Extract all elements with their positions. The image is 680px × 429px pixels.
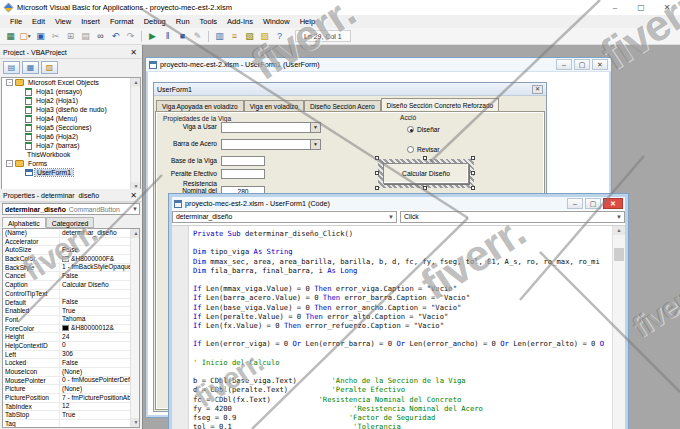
selection-handle[interactable] xyxy=(423,156,427,160)
insert-userform-icon[interactable]: ▢▼ xyxy=(18,29,33,43)
property-row[interactable]: ControlTipText xyxy=(3,290,139,299)
radio-option-diseñar[interactable]: Diseñar xyxy=(407,126,440,133)
project-tree-vscrollbar[interactable]: ▲ ▼ xyxy=(130,78,140,191)
dropdown-arrow-icon[interactable]: ▼ xyxy=(310,123,320,132)
menu-item-tools[interactable]: Tools xyxy=(195,15,223,28)
menu-item-window[interactable]: Window xyxy=(258,15,295,28)
form-tab-dise-o-secci-n-concreto-reforzado[interactable]: Diseño Sección Concreto Reforzado xyxy=(381,98,500,112)
field-combobox[interactable]: ▼ xyxy=(221,139,321,150)
close-button[interactable]: ✕ xyxy=(654,0,680,15)
property-row[interactable]: ForeColor&H80000012& xyxy=(3,325,139,334)
object-dropdown[interactable]: determinar_diseño ▼ xyxy=(172,211,397,223)
properties-vscrollbar[interactable]: ▲ ▼ xyxy=(130,229,139,427)
expander-icon[interactable]: - xyxy=(6,160,13,167)
property-row[interactable]: HelpContextID0 xyxy=(3,342,139,351)
code-editor[interactable]: Private Sub determinar_diseño_Click() Di… xyxy=(172,225,625,429)
property-row[interactable]: Accelerator xyxy=(3,238,139,247)
property-row[interactable]: EnabledTrue xyxy=(3,307,139,316)
selection-handle[interactable] xyxy=(471,171,475,175)
scroll-up-icon[interactable]: ▲ xyxy=(131,78,141,87)
properties-window-icon[interactable]: ≡ xyxy=(227,29,242,43)
code-minimize-button[interactable]: – xyxy=(567,198,583,209)
property-row[interactable]: TabIndex12 xyxy=(3,403,139,412)
property-row[interactable]: LockedFalse xyxy=(3,359,139,368)
scroll-up-icon[interactable]: ▲ xyxy=(613,226,625,235)
view-code-icon[interactable]: ▤ xyxy=(3,61,20,74)
property-row[interactable]: Tag xyxy=(3,420,139,428)
property-row[interactable]: PicturePosition7 - fmPicturePositionAbov… xyxy=(3,394,139,403)
property-row[interactable]: MouseIcon(None) xyxy=(3,368,139,377)
run-icon[interactable]: ▶ xyxy=(145,29,160,43)
expander-icon[interactable]: - xyxy=(6,79,13,86)
properties-tab-alphabetic[interactable]: Alphabetic xyxy=(2,217,46,228)
copy-icon[interactable]: ⊞ xyxy=(63,29,78,43)
tree-item-hoja3-dise-o-de-nudo-[interactable]: Hoja3 (diseño de nudo) xyxy=(2,105,140,114)
property-row[interactable]: CancelFalse xyxy=(3,272,139,281)
event-dropdown[interactable]: Click ▼ xyxy=(400,211,625,223)
save-icon[interactable]: ▣ xyxy=(33,29,48,43)
paste-icon[interactable]: ▤ xyxy=(78,29,93,43)
tree-item-hoja2-hoja1-[interactable]: Hoja2 (Hoja1) xyxy=(2,96,140,105)
redo-icon[interactable]: ↷ xyxy=(123,29,138,43)
radio-icon[interactable] xyxy=(407,146,414,153)
property-row[interactable]: Picture(None) xyxy=(3,385,139,394)
tree-item-hoja5-secciones-[interactable]: Hoja5 (Secciones) xyxy=(2,123,140,132)
tree-item-userform1[interactable]: UserForm1 xyxy=(2,168,140,177)
property-row[interactable]: AutoSizeFalse xyxy=(3,246,139,255)
property-row[interactable]: DefaultFalse xyxy=(3,299,139,308)
minimize-button[interactable]: – xyxy=(602,0,628,15)
menu-item-edit[interactable]: Edit xyxy=(27,15,50,28)
view-object-icon[interactable]: ▦ xyxy=(22,61,39,74)
designer-maximize-button[interactable]: ▢ xyxy=(574,59,590,70)
view-excel-icon[interactable]: ▦ xyxy=(3,29,18,43)
menu-item-insert[interactable]: Insert xyxy=(76,15,105,28)
designer-close-button[interactable]: ✕ xyxy=(592,59,608,70)
property-row[interactable]: FontTahoma xyxy=(3,316,139,325)
field-textbox[interactable] xyxy=(221,169,265,179)
tree-item-hoja7-barras-[interactable]: Hoja7 (barras) xyxy=(2,141,140,150)
menu-item-debug[interactable]: Debug xyxy=(139,15,171,28)
menu-item-view[interactable]: View xyxy=(50,15,76,28)
scroll-up-icon[interactable]: ▲ xyxy=(131,229,140,238)
tree-item-hoja4-menu-[interactable]: Hoja4 (Menu) xyxy=(2,114,140,123)
object-browser-icon[interactable]: ▧ xyxy=(242,29,257,43)
property-row[interactable]: (Name)determinar_diseño xyxy=(3,229,139,238)
scroll-down-icon[interactable]: ▼ xyxy=(131,418,140,427)
properties-tab-categorized[interactable]: Categorized xyxy=(46,217,95,228)
undo-icon[interactable]: ↶ xyxy=(108,29,123,43)
radio-option-revisar[interactable]: Revisar xyxy=(407,146,439,153)
menu-item-file[interactable]: File xyxy=(5,15,27,28)
form-tab-viga-apoyada-en-voladizo[interactable]: Viga Apoyada en voladizo xyxy=(156,100,244,112)
selection-handle[interactable] xyxy=(423,186,427,190)
property-row[interactable]: CaptionCalcular Diseño xyxy=(3,281,139,290)
object-selector-combo[interactable]: determinar_diseño CommandButton ▼ xyxy=(2,203,140,215)
field-combobox[interactable]: ▼ xyxy=(221,122,321,133)
menu-item-run[interactable]: Run xyxy=(171,15,195,28)
selection-handle[interactable] xyxy=(375,186,379,190)
property-row[interactable]: MousePointer0 - fmMousePointerDefault xyxy=(3,377,139,386)
calcular-diseno-button[interactable]: Calcular Diseño xyxy=(383,163,469,184)
toolbox-icon[interactable]: ▨ xyxy=(257,29,272,43)
tree-item-hoja6-hoja2-[interactable]: Hoja6 (Hoja2) xyxy=(2,132,140,141)
cut-icon[interactable]: ✂ xyxy=(48,29,63,43)
dropdown-arrow-icon[interactable]: ▼ xyxy=(310,140,320,149)
property-row[interactable]: Left306 xyxy=(3,351,139,360)
design-mode-icon[interactable]: ✎ xyxy=(190,29,205,43)
break-icon[interactable]: ‖ xyxy=(160,29,175,43)
property-row[interactable]: TabStopTrue xyxy=(3,411,139,420)
property-row[interactable]: BackStyle1 - fmBackStyleOpaque xyxy=(3,264,139,273)
selection-handle[interactable] xyxy=(375,156,379,160)
menu-item-addins[interactable]: Add-Ins xyxy=(222,15,258,28)
project-panel-close-icon[interactable]: ✕ xyxy=(128,47,139,58)
menu-item-help[interactable]: Help xyxy=(295,15,320,28)
form-tab-dise-o-secci-n-acero[interactable]: Diseño Sección Acero xyxy=(304,100,381,112)
code-vscrollbar[interactable]: ▲ xyxy=(612,226,625,429)
userform-close-icon[interactable]: ✕ xyxy=(532,85,543,94)
toggle-folders-icon[interactable]: ▨ xyxy=(41,61,58,74)
help-icon[interactable]: ? xyxy=(272,29,287,43)
find-icon[interactable]: ∞ xyxy=(93,29,108,43)
selection-handle[interactable] xyxy=(375,171,379,175)
properties-panel-close-icon[interactable]: ✕ xyxy=(128,190,139,201)
property-row[interactable]: BackColor&H8000000F& xyxy=(3,255,139,264)
project-explorer-icon[interactable]: ▥ xyxy=(212,29,227,43)
